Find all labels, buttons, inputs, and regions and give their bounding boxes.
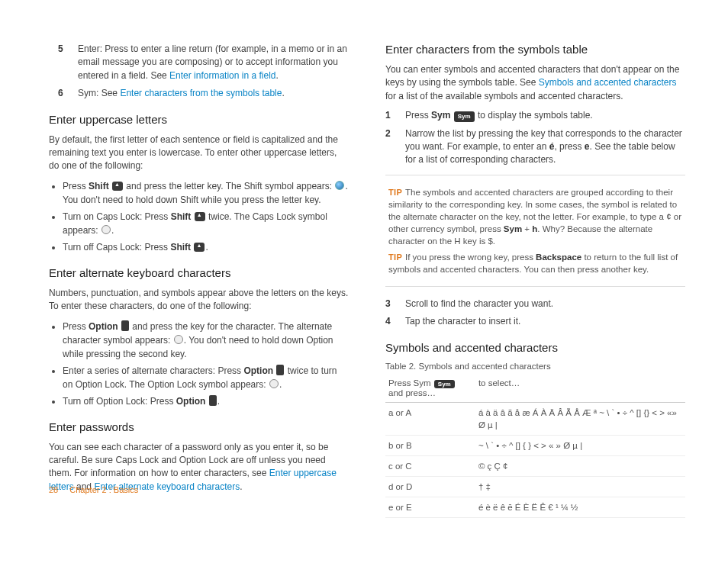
col-press: Press Sym Sym and press… (385, 374, 475, 403)
heading-uppercase: Enter uppercase letters (49, 113, 349, 126)
list-item: Turn off Caps Lock: Press Shift . (63, 240, 349, 254)
shift-symbol-icon (335, 181, 344, 190)
option-icon (209, 395, 217, 406)
table-row: b or B~ \ ` • ÷ ^ [] { } < > « » Ø µ | (385, 435, 685, 455)
shift-icon (112, 182, 123, 191)
link-symbols-chars[interactable]: Symbols and accented characters (539, 77, 677, 88)
page-number: 28 (49, 485, 58, 494)
table-row: e or Eé è ë ê ē É È Ë Ê € ¹ ¼ ½ (385, 497, 685, 518)
sym-key-icon: Sym (454, 111, 475, 122)
list-item: Enter a series of alternate characters: … (63, 364, 349, 391)
page-content: 5 Enter: Press to enter a line return (f… (0, 0, 728, 481)
link-symbols-table[interactable]: Enter characters from the symbols table (120, 88, 282, 98)
list-item: Turn off Option Lock: Press Option . (63, 394, 349, 408)
para-alternate: Numbers, punctuation, and symbols appear… (49, 287, 349, 314)
step-3: 3 Scroll to find the character you want. (385, 298, 685, 310)
shift-icon (195, 212, 205, 221)
heading-passwords: Enter passwords (49, 420, 349, 433)
sym-key-icon: Sym (434, 380, 455, 388)
list-uppercase: Press Shift and press the letter key. Th… (49, 179, 349, 254)
shift-icon (194, 243, 205, 252)
table-row: c or C© ç Ç ¢ (385, 456, 685, 477)
capslock-symbol-icon (101, 225, 111, 234)
heading-symbols-table: Enter characters from the symbols table (385, 43, 685, 56)
list-item-5: 5 Enter: Press to enter a line return (f… (58, 43, 349, 82)
right-column: Enter characters from the symbols table … (385, 43, 685, 471)
left-column: 5 Enter: Press to enter a line return (f… (49, 43, 349, 471)
table-row: d or D† ‡ (385, 477, 685, 497)
list-alternate: Press Option and press the key for the c… (49, 320, 349, 408)
alt-symbol-icon (174, 335, 183, 344)
step-1: 1 Press Sym Sym to display the symbols t… (385, 109, 685, 122)
option-icon (121, 320, 129, 331)
table-caption: Table 2. Symbols and accented characters (385, 362, 685, 371)
list-item: Press Option and press the key for the c… (63, 320, 349, 361)
heading-alternate: Enter alternate keyboard characters (49, 266, 349, 279)
tip-1: TIPThe symbols and accented characters a… (388, 186, 682, 248)
list-item: Turn on Caps Lock: Press Shift twice. Th… (63, 210, 349, 237)
heading-chars: Symbols and accented characters (385, 341, 685, 354)
symbols-table: Press Sym Sym and press… to select… a or… (385, 374, 685, 519)
option-icon (276, 365, 284, 375)
step-4: 4 Tap the character to insert it. (385, 315, 685, 328)
list-item: Press Shift and press the letter key. Th… (63, 179, 349, 207)
optlock-symbol-icon (269, 379, 279, 388)
list-item-6: 6 Sym: See Enter characters from the sym… (58, 87, 349, 100)
para-uppercase: By default, the first letter of each sen… (49, 134, 349, 173)
step-2: 2 Narrow the list by pressing the key th… (385, 127, 685, 167)
chapter-label: Chapter 2 : Basics (69, 485, 138, 494)
para-symbols-intro: You can enter symbols and accented chara… (385, 63, 685, 103)
tip-2: TIPIf you press the wrong key, press Bac… (388, 251, 682, 275)
col-select: to select… (475, 374, 685, 403)
link-enter-info[interactable]: Enter information in a field (169, 70, 275, 81)
table-row: a or Aá à ä â ã å æ Á À Ä Â Ã Å Æ ª ~ \ … (385, 402, 685, 435)
tip-box: TIPThe symbols and accented characters a… (385, 175, 685, 287)
